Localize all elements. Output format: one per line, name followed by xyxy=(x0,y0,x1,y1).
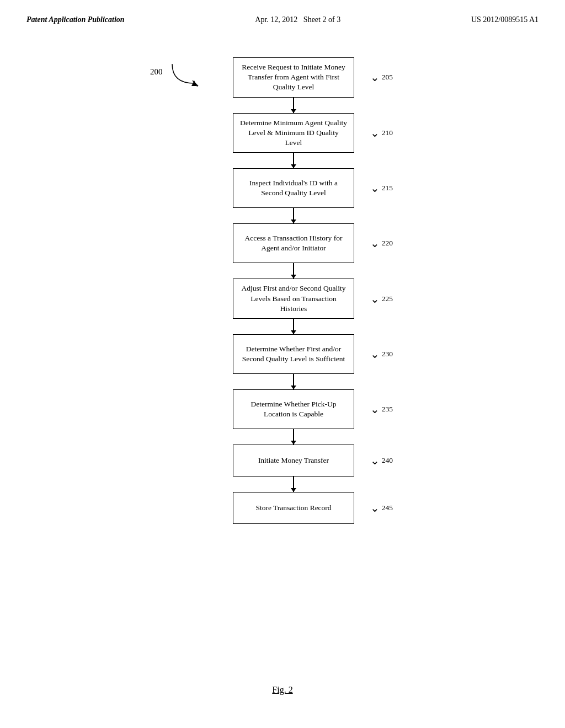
step-label-205: ⌄ 205 xyxy=(370,72,393,83)
flow-step-230: Determine Whether First and/or Second Qu… xyxy=(233,334,354,374)
connector-1 xyxy=(293,98,294,113)
header-center: Apr. 12, 2012 Sheet 2 of 3 xyxy=(255,15,340,24)
flowchart-diagram: 200 Receive Request to Initiate Money Tr… xyxy=(0,57,565,524)
flowchart: Receive Request to Initiate Money Transf… xyxy=(205,57,382,524)
box-225: Adjust First and/or Second Quality Level… xyxy=(233,279,354,319)
box-240: Initiate Money Transfer xyxy=(233,445,354,477)
page-header: Patent Application Publication Apr. 12, … xyxy=(0,0,565,24)
step-label-220: ⌄ 220 xyxy=(370,238,393,249)
flow-step-220: Access a Transaction History for Agent a… xyxy=(233,223,354,263)
box-215: Inspect Individual's ID with a Second Qu… xyxy=(233,168,354,208)
flow-step-245: Store Transaction Record ⌄ 245 xyxy=(233,492,354,524)
figure-caption: Fig. 2 xyxy=(272,685,292,695)
connector-3 xyxy=(293,208,294,223)
step-label-240: ⌄ 240 xyxy=(370,455,393,466)
flow-step-240: Initiate Money Transfer ⌄ 240 xyxy=(233,445,354,477)
box-245: Store Transaction Record xyxy=(233,492,354,524)
flow-step-225: Adjust First and/or Second Quality Level… xyxy=(233,279,354,319)
step-label-235: ⌄ 235 xyxy=(370,404,393,415)
start-arrow-icon xyxy=(167,58,211,89)
flow-step-235: Determine Whether Pick-Up Location is Ca… xyxy=(233,389,354,429)
diagram-label: 200 xyxy=(150,67,163,77)
box-205: Receive Request to Initiate Money Transf… xyxy=(233,57,354,98)
step-label-215: ⌄ 215 xyxy=(370,183,393,194)
flow-step-205: Receive Request to Initiate Money Transf… xyxy=(233,57,354,98)
header-left: Patent Application Publication xyxy=(26,15,125,24)
step-label-225: ⌄ 225 xyxy=(370,293,393,304)
flow-step-210: Determine Minimum Agent Quality Level & … xyxy=(233,113,354,153)
box-235: Determine Whether Pick-Up Location is Ca… xyxy=(233,389,354,429)
connector-6 xyxy=(293,374,294,389)
step-label-230: ⌄ 230 xyxy=(370,349,393,360)
connector-5 xyxy=(293,319,294,334)
flow-step-215: Inspect Individual's ID with a Second Qu… xyxy=(233,168,354,208)
connector-4 xyxy=(293,263,294,279)
connector-8 xyxy=(293,477,294,492)
box-210: Determine Minimum Agent Quality Level & … xyxy=(233,113,354,153)
connector-7 xyxy=(293,429,294,445)
header-right: US 2012/0089515 A1 xyxy=(471,15,539,24)
box-220: Access a Transaction History for Agent a… xyxy=(233,223,354,263)
box-230: Determine Whether First and/or Second Qu… xyxy=(233,334,354,374)
step-label-245: ⌄ 245 xyxy=(370,502,393,513)
step-label-210: ⌄ 210 xyxy=(370,127,393,138)
connector-2 xyxy=(293,153,294,168)
